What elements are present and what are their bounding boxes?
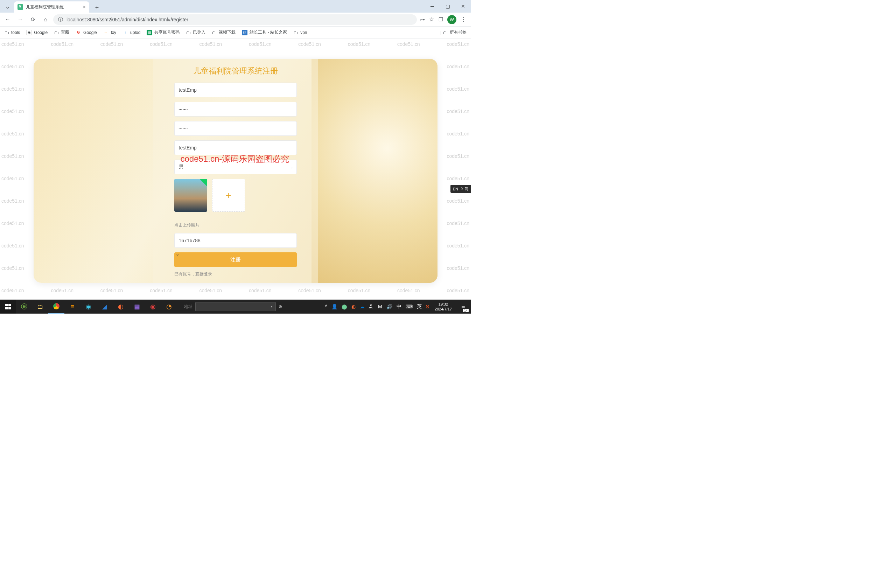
svg-rect-1 [8, 304, 11, 306]
confirm-password-field[interactable]: ••••••• [174, 121, 297, 136]
maximize-button[interactable]: ▢ [443, 2, 453, 11]
tray-keyboard-icon[interactable]: ⌨ [404, 300, 415, 314]
username-input[interactable] [179, 87, 292, 93]
site-info-icon[interactable]: ⓘ [58, 16, 63, 23]
password-key-icon[interactable]: ⊶ [420, 16, 425, 23]
bookmark-item[interactable]: 🗀视频下载 [212, 29, 236, 35]
bookmark-item[interactable]: 🗀tools [4, 30, 20, 35]
taskbar-app-idea[interactable]: ▦ [129, 300, 145, 314]
address-bar[interactable]: ⓘ localhost:8080/ssm2i051/admin/dist/ind… [53, 14, 417, 25]
minimize-button[interactable]: ─ [428, 2, 437, 11]
phone-field[interactable] [174, 233, 297, 248]
ime-floating-badge[interactable]: EN ☽ 简 [450, 185, 471, 193]
back-button[interactable]: ← [3, 15, 13, 24]
tray-people-icon[interactable]: 👤 [329, 300, 339, 314]
taskbar-apps: ⓔ 🗀 ≡ ◉ ◢ ◐ ▦ ◉ ◔ [0, 300, 177, 314]
window-controls: ─ ▢ ✕ [428, 2, 468, 11]
tray-ime-en[interactable]: 英 [415, 300, 424, 314]
taskbar-app-todesk[interactable]: ◢ [97, 300, 113, 314]
cloud-icon: ∞ [103, 30, 109, 35]
taskbar-search-go[interactable]: ⊕ [279, 304, 282, 309]
taskbar-app-orange2[interactable]: ◔ [161, 300, 177, 314]
nickname-field[interactable] [174, 140, 297, 155]
taskbar-search: 地址 ▾ ⊕ [184, 302, 282, 311]
start-button[interactable] [0, 300, 16, 314]
tray-app-icon[interactable]: ◐ [349, 300, 358, 314]
bookmark-item[interactable]: GGoogle [76, 30, 97, 35]
tool-icon: 站 [242, 30, 248, 35]
nickname-input[interactable] [179, 145, 292, 150]
gender-select[interactable]: 男 ⌄ [174, 160, 297, 174]
taskbar-date: 2024/7/17 [435, 307, 452, 312]
upload-add-button[interactable]: + [212, 179, 245, 212]
taskbar-app-edge[interactable]: ◉ [81, 300, 97, 314]
reload-button[interactable]: ⟳ [28, 15, 38, 24]
google-g-icon: G [76, 30, 81, 35]
bookmark-item[interactable]: 站站长工具 - 站长之家 [242, 29, 287, 35]
browser-tab[interactable]: 儿童福利院管理系统 × [14, 2, 89, 13]
register-form: 儿童福利院管理系统注册 ••••••• ••••••• 男 ⌄ + 点击上传照片 [153, 59, 318, 283]
sheet-icon: ▦ [147, 30, 152, 35]
close-window-button[interactable]: ✕ [458, 2, 468, 11]
gender-value: 男 [179, 164, 184, 170]
bookmark-item[interactable]: 🗀宝藏 [54, 29, 69, 35]
taskbar-search-label: 地址 [184, 304, 192, 310]
taskbar-app-orange1[interactable]: ◐ [113, 300, 129, 314]
all-bookmarks-button[interactable]: |🗀所有书签 [440, 29, 466, 35]
phone-input[interactable] [179, 238, 292, 243]
tray-onedrive-icon[interactable]: ☁ [358, 300, 367, 314]
taskbar-search-input[interactable]: ▾ [195, 302, 276, 311]
bookmark-item[interactable]: ↑uplod [123, 30, 140, 35]
uploaded-image-thumbnail[interactable] [174, 179, 207, 212]
taskbar-app-explorer[interactable]: 🗀 [32, 300, 48, 314]
menu-dots-icon[interactable]: ⋮ [460, 16, 466, 23]
bookmark-item[interactable]: ∞txy [103, 30, 116, 35]
taskbar-app-ie[interactable]: ⓔ [16, 300, 32, 314]
taskbar-app-sublime[interactable]: ≡ [64, 300, 81, 314]
forward-button[interactable]: → [15, 15, 25, 24]
taskbar-app-chrome[interactable] [48, 300, 64, 314]
tray-app-icon[interactable]: ⬤ [339, 300, 349, 314]
register-submit-button[interactable]: 注册 [174, 252, 297, 267]
notification-count: 14 [463, 309, 469, 312]
tray-network-icon[interactable]: 🖧 [367, 300, 376, 314]
extensions-icon[interactable]: ❐ [438, 16, 443, 23]
bookmark-item[interactable]: ▦共享账号密码 [147, 29, 180, 35]
folder-icon: 🗀 [186, 30, 191, 35]
cursor-icon: ⬦ [176, 251, 179, 257]
login-link[interactable]: 已有账号，直接登录 [174, 272, 212, 276]
chevron-down-icon [6, 6, 10, 10]
form-title: 儿童福利院管理系统注册 [174, 66, 297, 76]
upload-row: + [174, 179, 297, 212]
tab-close-button[interactable]: × [83, 4, 86, 10]
new-tab-button[interactable]: + [92, 3, 102, 13]
bookmark-star-icon[interactable]: ☆ [429, 16, 434, 23]
bookmark-item[interactable]: ◉Google [26, 30, 48, 35]
taskbar-time: 19:32 [435, 302, 452, 307]
tray-volume-icon[interactable]: 🔊 [384, 300, 394, 314]
svg-rect-3 [8, 307, 11, 309]
folder-icon: 🗀 [443, 30, 448, 35]
password-field[interactable]: ••••••• [174, 102, 297, 117]
folder-icon: 🗀 [4, 30, 9, 35]
register-card: 儿童福利院管理系统注册 ••••••• ••••••• 男 ⌄ + 点击上传照片 [34, 59, 438, 283]
notification-icon: ▭ [461, 304, 465, 309]
svg-rect-0 [5, 304, 8, 306]
upload-hint: 点击上传照片 [174, 222, 297, 228]
tray-mail-icon[interactable]: M [376, 300, 384, 314]
url-host: localhost:8080 [66, 17, 98, 22]
profile-avatar[interactable]: W [447, 15, 456, 24]
taskbar-app-netease[interactable]: ◉ [145, 300, 161, 314]
tabs-dropdown-button[interactable] [3, 3, 13, 13]
notifications-button[interactable]: ▭ 14 [455, 300, 471, 314]
tray-overflow-button[interactable]: ^ [323, 300, 329, 314]
username-field[interactable] [174, 82, 297, 97]
home-button[interactable]: ⌂ [40, 15, 50, 24]
toolbar-right: ⊶ ☆ ❐ W ⋮ [420, 15, 468, 24]
taskbar-clock[interactable]: 19:32 2024/7/17 [431, 302, 455, 312]
tray-sogou-icon[interactable]: S [424, 300, 431, 314]
bookmark-item[interactable]: 🗀vpn [293, 30, 307, 35]
bookmark-item[interactable]: 🗀已导入 [186, 29, 206, 35]
tab-title: 儿童福利院管理系统 [26, 4, 64, 10]
tray-ime-cn[interactable]: 中 [394, 300, 404, 314]
